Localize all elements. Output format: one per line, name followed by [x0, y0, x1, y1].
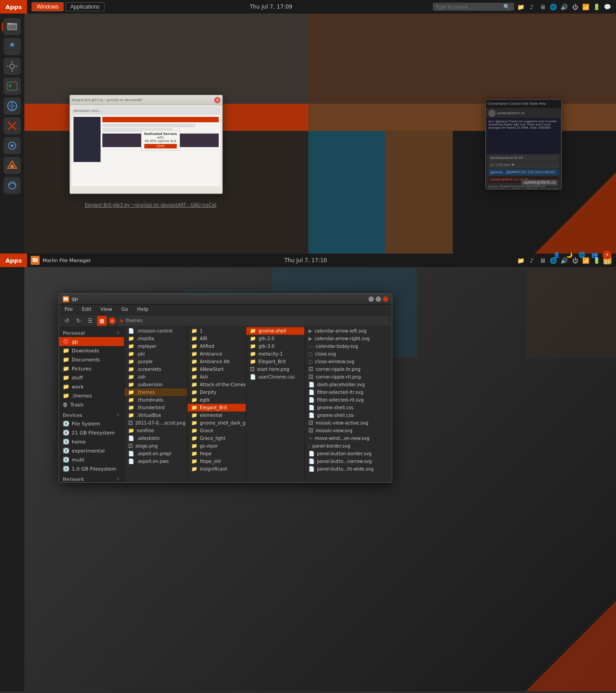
file-aspell-pws[interactable]: 📄.aspell.en.pws: [124, 457, 187, 465]
dock-icon-blender[interactable]: [4, 157, 21, 174]
fm-close-btn[interactable]: [383, 296, 388, 302]
file-subversion[interactable]: 📁.subversion: [124, 381, 187, 388]
fm-sidebar-documents[interactable]: 📁 Documents: [59, 355, 124, 364]
dock-icon-terminal[interactable]: [4, 78, 21, 95]
fm-sidebar-trash[interactable]: 🗑 Trash: [59, 400, 124, 409]
fm-sidebar-home[interactable]: 💽 home: [59, 437, 124, 446]
theme-grace-light[interactable]: 📁Grace_light: [188, 434, 246, 442]
file-nonfree[interactable]: 📁nonfree: [124, 427, 187, 434]
theme-gnome-shell-dark-glass[interactable]: 📁gnome_shell_dark_glass: [188, 419, 246, 427]
fm-menu-edit[interactable]: Edit: [80, 305, 93, 313]
eb-gtk-30[interactable]: 📁gtk-3.0: [246, 342, 304, 350]
dock-icon-filemanager[interactable]: [4, 18, 21, 35]
fm-path-bar[interactable]: ▶ themes: [118, 316, 389, 325]
volume-icon-tray[interactable]: 🔊: [560, 3, 568, 11]
dock-icon-network[interactable]: [4, 137, 21, 154]
applications-button[interactable]: Applications: [65, 2, 105, 11]
gs-calendar-right[interactable]: ▶calendar-arrow-right.svg: [305, 335, 391, 342]
theme-attack[interactable]: 📁Attack-of-the-Clones: [188, 381, 246, 388]
theme-ash[interactable]: 📁Ash: [188, 373, 246, 381]
theme-alifted[interactable]: 📁Alifted: [188, 342, 246, 350]
fm-taskbar-title[interactable]: Marlin File Manager: [42, 258, 91, 263]
file-thunderbird[interactable]: 📁.thunderbird: [124, 404, 187, 411]
theme-1[interactable]: 📁1: [188, 327, 246, 335]
theme-hope[interactable]: 📁Hope: [188, 450, 246, 457]
fm-menu-view[interactable]: View: [99, 305, 114, 313]
chat-icon-tray[interactable]: 💬: [603, 3, 611, 11]
file-adesklets[interactable]: 📄.adesklets: [124, 434, 187, 442]
gs-panel-border[interactable]: |panel-border.svg: [305, 442, 391, 450]
theme-ambiance-alt[interactable]: 📁Ambiance Alt: [188, 358, 246, 365]
dock-icon-browser[interactable]: [4, 97, 21, 115]
gs-corner-rtl[interactable]: 🖼corner-ripple-rtl.png: [305, 373, 391, 381]
file-virtualbox[interactable]: 📁.VirtualBox: [124, 411, 187, 419]
b-music-icon[interactable]: ♪: [528, 256, 536, 264]
fm-section-toggle-personal[interactable]: +: [116, 330, 120, 336]
file-mozilla[interactable]: 📁.mozilla: [124, 335, 187, 342]
fm-sidebar-pictures[interactable]: 📁 Pictures: [59, 364, 124, 373]
eb-gtk-20[interactable]: 📁gtk-2.0: [246, 335, 304, 342]
windows-button[interactable]: Windows: [32, 2, 64, 11]
file-scrot[interactable]: 🖼2011-07-0....scrot.png: [124, 419, 187, 427]
fm-sidebar-downloads[interactable]: 📁 Downloads: [59, 346, 124, 355]
win1-close-btn[interactable]: ✕: [214, 97, 221, 103]
fm-maximize-btn[interactable]: [376, 296, 381, 302]
file-alogo[interactable]: 🖼alogo.png: [124, 442, 187, 450]
theme-egtk[interactable]: 📁egtk: [188, 396, 246, 404]
dock-icon-cross[interactable]: [4, 117, 21, 134]
monitor-icon-tray[interactable]: 🖥: [538, 3, 547, 11]
fm-back-btn[interactable]: ↺: [62, 316, 72, 326]
theme-anewstart[interactable]: 📁ANewStart: [188, 365, 246, 373]
file-aspell-prepl[interactable]: 📄.aspell.en.prepl: [124, 450, 187, 457]
fm-sidebar-experimental[interactable]: 💽 experimental: [59, 446, 124, 455]
gs-panel-button-border[interactable]: 📄panel-button-border.svg: [305, 450, 391, 457]
fm-menu-file[interactable]: File: [63, 305, 74, 313]
battery-icon-tray[interactable]: 🔋: [593, 3, 601, 11]
notif-moon-icon[interactable]: 🌙: [565, 250, 574, 259]
file-purple[interactable]: 📁.purple: [124, 358, 187, 365]
gs-panel-butto-wide[interactable]: 📄panel-butto...ht-wide.svg: [305, 465, 391, 473]
gs-move-window[interactable]: +move-wind...on-new.svg: [305, 434, 391, 442]
notif-active-icon[interactable]: ⚡: [602, 250, 611, 259]
theme-gs-viper[interactable]: 📁gs-viper: [188, 442, 246, 450]
theme-insignificant[interactable]: 📁insignificant: [188, 465, 246, 473]
gs-filter-rtl[interactable]: 📄filter-selected-rtl.svg: [305, 396, 391, 404]
eb-start-here[interactable]: 🖼start-here.png: [246, 365, 304, 373]
gs-dash-placeholder[interactable]: 📄dash-placeholder.svg: [305, 381, 391, 388]
theme-elegant-brit[interactable]: 📁Elegant_Brit: [188, 404, 246, 411]
fm-section-toggle-network[interactable]: +: [116, 476, 120, 482]
gs-calendar-left[interactable]: ▶calendar-arrow-left.svg: [305, 327, 391, 335]
theme-derpity[interactable]: 📁Derpity: [188, 388, 246, 396]
fm-section-toggle-devices[interactable]: +: [116, 412, 120, 418]
gs-calendar-today[interactable]: —calendar-today.svg: [305, 342, 391, 350]
fm-sidebar-1gb[interactable]: 💽 1.0 GB Filesystem: [59, 464, 124, 473]
fm-menu-help[interactable]: Help: [135, 305, 150, 313]
fm-sidebar-work[interactable]: 📁 work: [59, 382, 124, 391]
notif-network-icon[interactable]: 🌐: [577, 250, 586, 259]
fm-sidebar-filesystem[interactable]: 💽 File System: [59, 419, 124, 428]
theme-ambiance[interactable]: 📁Ambiance: [188, 350, 246, 358]
search-box[interactable]: 🔍: [433, 3, 514, 11]
dock-icon-settings[interactable]: [4, 58, 21, 75]
eb-userchrome[interactable]: 📄userChrome.css: [246, 373, 304, 381]
fm-sidebar-21gb[interactable]: 💽 21 GB Filesystem: [59, 428, 124, 437]
gs-gnome-shell-css2[interactable]: 📄gnome-shell.css-: [305, 411, 391, 419]
notif-alert-icon[interactable]: 👥: [590, 250, 599, 259]
win1-caption[interactable]: Elegant Brit gtk3 by ~grvrlulz on devian…: [76, 203, 225, 208]
search-input[interactable]: [436, 4, 503, 9]
file-themes-pane1[interactable]: 📁.themes: [124, 388, 187, 396]
theme-air[interactable]: 📁AIR: [188, 335, 246, 342]
eb-elegant-brit[interactable]: 📁Elegant_Brit: [246, 358, 304, 365]
fm-home-btn[interactable]: ⌂: [109, 317, 116, 324]
theme-elemental[interactable]: 📁elemental: [188, 411, 246, 419]
gs-close-window[interactable]: ○close-window.svg: [305, 358, 391, 365]
file-mplayer[interactable]: 📁.mplayer: [124, 342, 187, 350]
globe-icon-tray[interactable]: 🌐: [549, 3, 557, 11]
folder-icon-tray[interactable]: 📁: [517, 3, 525, 11]
fm-sidebar-gp[interactable]: 🔴 gp: [59, 337, 124, 346]
gs-mosaic-active[interactable]: 🖼mosaic-view-active.svg: [305, 419, 391, 427]
gs-filter-ltr[interactable]: 📄filter-selected-ltr.svg: [305, 388, 391, 396]
fm-forward-btn[interactable]: ↻: [74, 316, 83, 326]
gs-corner-ltr[interactable]: 🖼corner-ripple-ltr.png: [305, 365, 391, 373]
eb-gnome-shell[interactable]: 📁gnome-shell: [246, 327, 304, 335]
